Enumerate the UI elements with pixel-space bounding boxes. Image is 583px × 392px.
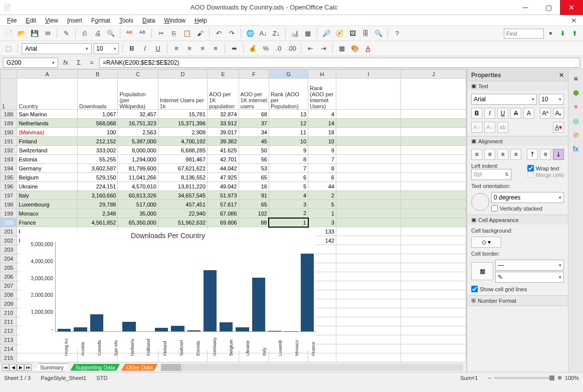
sb-strike-button[interactable]: A̶ bbox=[510, 108, 521, 119]
paste-icon[interactable]: 📋 bbox=[181, 28, 192, 39]
sb-grow-font-button[interactable]: A↑ bbox=[471, 122, 482, 133]
cell[interactable]: 12 bbox=[269, 119, 308, 128]
cell[interactable] bbox=[401, 119, 466, 128]
cell[interactable] bbox=[401, 245, 466, 254]
row-header[interactable]: 214 bbox=[1, 344, 17, 353]
column-header-D[interactable]: D bbox=[158, 70, 207, 79]
sort-desc-icon[interactable]: Z↓ bbox=[271, 28, 282, 39]
tab-supporting-data[interactable]: Supporting Data bbox=[70, 364, 120, 371]
cell[interactable]: Luxembourg bbox=[17, 200, 78, 209]
find-dropdown-icon[interactable]: ▾ bbox=[545, 28, 556, 39]
decimal-add-icon[interactable]: .0 bbox=[273, 43, 284, 54]
indent-dec-icon[interactable]: ⇤ bbox=[305, 43, 316, 54]
sb-shadow-button[interactable]: A bbox=[523, 108, 534, 119]
column-header-A[interactable]: A bbox=[17, 70, 78, 79]
align-right-icon[interactable]: ≡ bbox=[197, 43, 208, 54]
cell[interactable] bbox=[336, 209, 401, 218]
cell[interactable] bbox=[401, 173, 466, 182]
cell[interactable]: 56 bbox=[239, 155, 269, 164]
cell[interactable]: 22,940 bbox=[158, 209, 207, 218]
cell[interactable]: 11,041,266 bbox=[118, 173, 158, 182]
cell[interactable] bbox=[336, 227, 401, 236]
row-header[interactable]: 199 bbox=[1, 209, 17, 218]
header-cell[interactable]: Rank (AOO per Population) bbox=[269, 79, 308, 110]
cell[interactable] bbox=[336, 335, 401, 344]
vstack-checkbox[interactable]: Vertically stacked bbox=[491, 205, 564, 212]
orient-dial[interactable] bbox=[471, 193, 489, 211]
cell[interactable]: 102 bbox=[239, 209, 269, 218]
align-justify-icon[interactable]: ≡ bbox=[210, 43, 221, 54]
open-icon[interactable]: 📂 bbox=[16, 28, 27, 39]
zoom-slider[interactable] bbox=[494, 377, 554, 379]
row-header[interactable]: 206 bbox=[1, 272, 17, 281]
row-header[interactable]: 201 bbox=[1, 227, 17, 236]
cell[interactable] bbox=[401, 236, 466, 245]
column-header-H[interactable]: H bbox=[308, 70, 336, 79]
font-size-select[interactable]: 10▾ bbox=[94, 43, 119, 54]
rail-gallery-icon[interactable]: ✦ bbox=[570, 101, 581, 112]
cell[interactable]: 8 bbox=[308, 164, 336, 173]
cell[interactable]: 50 bbox=[239, 146, 269, 155]
sb-highlight-button[interactable]: ab bbox=[497, 122, 508, 133]
row-header[interactable]: 191 bbox=[1, 137, 17, 146]
cell[interactable] bbox=[336, 218, 401, 227]
cell[interactable]: 47.925 bbox=[208, 173, 239, 182]
cell[interactable]: 67.086 bbox=[208, 209, 239, 218]
menu-file[interactable]: File bbox=[3, 16, 21, 25]
cell[interactable] bbox=[336, 299, 401, 308]
cell[interactable]: 15,781 bbox=[158, 110, 207, 119]
redo-icon[interactable]: ↷ bbox=[226, 28, 237, 39]
cell[interactable] bbox=[336, 236, 401, 245]
cell[interactable]: 37 bbox=[239, 119, 269, 128]
cell[interactable]: 517,000 bbox=[118, 200, 158, 209]
cell[interactable] bbox=[401, 290, 466, 299]
cell[interactable]: 18 bbox=[308, 128, 336, 137]
cell[interactable] bbox=[336, 137, 401, 146]
cell[interactable] bbox=[336, 272, 401, 281]
currency-icon[interactable]: 💰 bbox=[247, 43, 258, 54]
edit-icon[interactable]: ✎ bbox=[61, 28, 72, 39]
copy-icon[interactable]: ⎘ bbox=[168, 28, 179, 39]
cell[interactable]: 4 bbox=[308, 110, 336, 119]
cell[interactable]: 65 bbox=[239, 200, 269, 209]
cell[interactable] bbox=[336, 191, 401, 200]
merge-cells-icon[interactable]: ⬌ bbox=[229, 43, 240, 54]
sb-shrink-font-button[interactable]: A↓ bbox=[484, 122, 495, 133]
border-style-select[interactable]: —▾ bbox=[495, 260, 564, 271]
cell[interactable]: (Malvinas) bbox=[17, 128, 78, 137]
merge-cells-checkbox[interactable]: Merge cells bbox=[527, 171, 564, 178]
cell[interactable]: 68 bbox=[239, 110, 269, 119]
cell[interactable] bbox=[401, 110, 466, 119]
zoom-in-icon[interactable]: ⊕ bbox=[557, 374, 562, 381]
align-center-icon[interactable]: ≡ bbox=[184, 43, 195, 54]
cell[interactable]: 13 bbox=[269, 110, 308, 119]
cell[interactable] bbox=[336, 344, 401, 353]
cell[interactable]: 9 bbox=[269, 146, 308, 155]
find-icon[interactable]: 🔎 bbox=[321, 28, 332, 39]
cell[interactable] bbox=[336, 155, 401, 164]
cell[interactable]: 16 bbox=[239, 182, 269, 191]
cell[interactable] bbox=[336, 290, 401, 299]
row-header[interactable]: 198 bbox=[1, 200, 17, 209]
sb-align-center[interactable]: ≡ bbox=[484, 149, 495, 160]
find-prev-icon[interactable]: ⬆ bbox=[569, 28, 580, 39]
cell[interactable]: 7 bbox=[308, 155, 336, 164]
cell[interactable]: 69.806 bbox=[208, 218, 239, 227]
row-header[interactable]: 192 bbox=[1, 146, 17, 155]
sum-icon[interactable]: Σ bbox=[73, 57, 84, 68]
cell[interactable] bbox=[401, 218, 466, 227]
cell[interactable] bbox=[401, 344, 466, 353]
save-icon[interactable]: 💾 bbox=[29, 28, 40, 39]
sidebar-size-select[interactable]: 10▾ bbox=[539, 94, 564, 105]
column-header-E[interactable]: E bbox=[208, 70, 239, 79]
horizontal-scrollbar[interactable] bbox=[161, 364, 463, 371]
row-header[interactable]: 195 bbox=[1, 173, 17, 182]
sb-align-left[interactable]: ≡ bbox=[471, 149, 482, 160]
gridlines-checkbox[interactable]: Show cell grid lines bbox=[471, 286, 564, 292]
cell[interactable]: 4,700,192 bbox=[158, 137, 207, 146]
cell[interactable]: 1,067 bbox=[78, 110, 118, 119]
column-header-C[interactable]: C bbox=[118, 70, 158, 79]
tab-older-data[interactable]: Older Data bbox=[121, 364, 158, 371]
cell[interactable] bbox=[401, 128, 466, 137]
menu-window[interactable]: Window bbox=[160, 16, 189, 25]
